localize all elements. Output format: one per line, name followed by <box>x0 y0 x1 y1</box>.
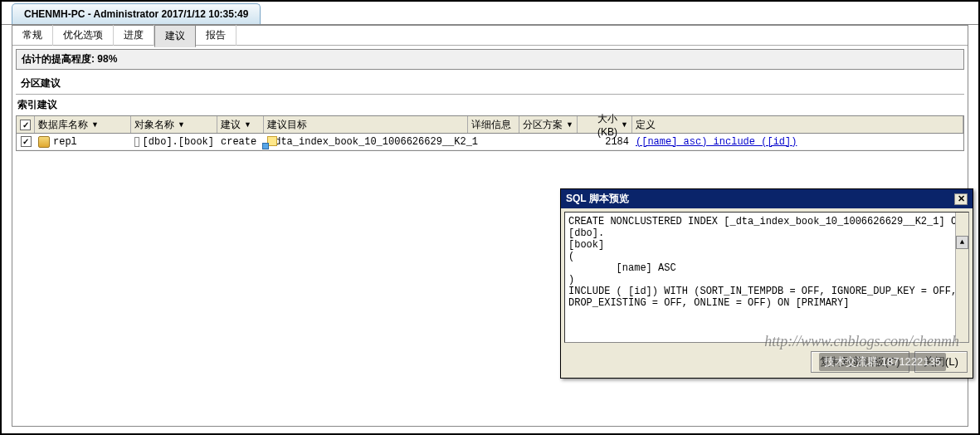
section-index: 索引建议 <box>12 95 968 115</box>
table-icon <box>134 137 139 147</box>
chevron-down-icon: ▼ <box>178 120 185 129</box>
col-recommendation[interactable]: 建议▼ <box>217 116 264 133</box>
col-size[interactable]: 大小(KB)▼ <box>578 116 632 133</box>
recommendation-action: create <box>221 136 256 148</box>
col-target[interactable]: 建议目标 <box>264 116 468 133</box>
database-icon <box>38 136 50 148</box>
dialog-title: SQL 脚本预览 <box>566 192 629 206</box>
col-scheme[interactable]: 分区方案▼ <box>519 116 578 133</box>
table-row[interactable]: repl [dbo].[book] create _dta_index_book… <box>17 134 963 150</box>
tab-tuning-options[interactable]: 优化选项 <box>53 25 114 46</box>
tab-general[interactable]: 常规 <box>12 25 53 46</box>
size-value: 2184 <box>605 136 629 148</box>
content-area: 常规 优化选项 进度 建议 报告 估计的提高程度: 98% 分区建议 索引建议 … <box>12 25 968 427</box>
tab-recommendations[interactable]: 建议 <box>154 25 196 47</box>
tab-reports[interactable]: 报告 <box>196 25 236 46</box>
document-tab-strip: CHENMH-PC - Administrator 2017/1/12 10:3… <box>2 2 978 25</box>
col-definition[interactable]: 定义 <box>632 116 963 133</box>
target-name: _dta_index_book_10_1006626629__K2_1 <box>269 136 478 148</box>
close-button[interactable]: 关闭(L) <box>914 351 968 373</box>
scroll-up-icon[interactable]: ▲ <box>956 236 968 249</box>
dialog-titlebar[interactable]: SQL 脚本预览 ✕ <box>561 189 973 208</box>
estimate-label: 估计的提高程度: <box>22 53 95 65</box>
document-tab[interactable]: CHENMH-PC - Administrator 2017/1/12 10:3… <box>12 3 261 24</box>
object-name: [dbo].[book] <box>143 136 214 148</box>
sql-preview-dialog: SQL 脚本预览 ✕ CREATE NONCLUSTERED INDEX [_d… <box>560 188 973 379</box>
tab-progress[interactable]: 进度 <box>114 25 154 46</box>
chevron-down-icon: ▼ <box>244 120 251 129</box>
chevron-down-icon: ▼ <box>566 120 573 129</box>
script-textarea[interactable]: CREATE NONCLUSTERED INDEX [_dta_index_bo… <box>564 212 969 343</box>
col-database[interactable]: 数据库名称▼ <box>35 116 131 133</box>
col-object[interactable]: 对象名称▼ <box>131 116 217 133</box>
scrollbar[interactable]: ▲ <box>955 213 968 342</box>
scheme-cell <box>519 134 578 149</box>
estimate-bar: 估计的提高程度: 98% <box>16 49 964 70</box>
definition-link[interactable]: ([name] asc) include ([id]) <box>636 136 797 148</box>
recommendation-grid: 数据库名称▼ 对象名称▼ 建议▼ 建议目标 详细信息 分区方案▼ 大小(KB)▼… <box>16 115 964 151</box>
sub-tab-bar: 常规 优化选项 进度 建议 报告 <box>12 26 968 46</box>
estimate-value: 98% <box>97 53 117 65</box>
script-text: CREATE NONCLUSTERED INDEX [_dta_index_bo… <box>568 216 968 309</box>
close-icon[interactable]: ✕ <box>954 193 968 205</box>
col-detail[interactable]: 详细信息 <box>468 116 519 133</box>
db-name: repl <box>53 136 77 148</box>
detail-cell <box>468 134 519 149</box>
grid-header: 数据库名称▼ 对象名称▼ 建议▼ 建议目标 详细信息 分区方案▼ 大小(KB)▼… <box>17 116 963 134</box>
col-select-all[interactable] <box>17 116 35 133</box>
copy-button[interactable]: 复制到剪贴板(C) <box>811 351 909 373</box>
chevron-down-icon: ▼ <box>91 120 99 129</box>
checkbox-icon[interactable] <box>20 120 31 130</box>
row-checkbox[interactable] <box>21 136 32 147</box>
section-partition: 分区建议 <box>16 73 964 94</box>
chevron-down-icon: ▼ <box>621 120 628 129</box>
